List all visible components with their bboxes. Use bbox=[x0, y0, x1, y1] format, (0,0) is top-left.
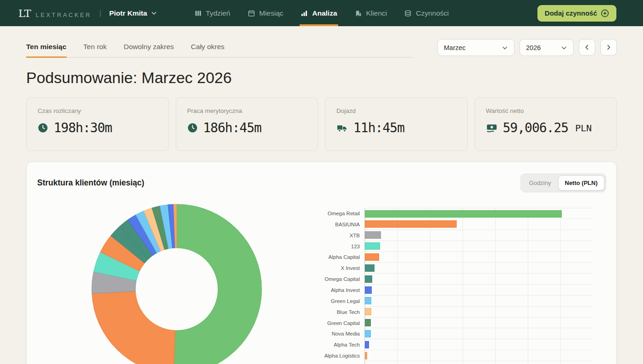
bar-row-123: 123 bbox=[293, 241, 597, 252]
tab-dowolny-zakres[interactable]: Dowolny zakres bbox=[123, 39, 173, 57]
bar-track bbox=[364, 339, 593, 350]
month-select-value: Marzec bbox=[444, 44, 466, 51]
bar-row-x-invest: X Invest bbox=[293, 263, 597, 274]
bar-row-alpha-logistics: Alpha Logistics bbox=[293, 350, 597, 361]
bar-label: Alpha Tech bbox=[293, 339, 364, 350]
bar bbox=[365, 352, 367, 359]
bar-row-empty bbox=[293, 361, 597, 364]
bar bbox=[365, 220, 457, 228]
nav-item-label: Czynności bbox=[416, 9, 449, 17]
stat-label: Wartość netto bbox=[486, 107, 606, 114]
nav-item-analiza[interactable]: Analiza bbox=[301, 0, 337, 26]
user-menu[interactable]: Piotr Kmita bbox=[109, 9, 157, 17]
chevron-down-icon bbox=[151, 10, 157, 16]
toggle-godziny[interactable]: Godziny bbox=[522, 175, 558, 190]
bar-label: Blue Tech bbox=[293, 307, 364, 318]
truck-icon bbox=[336, 123, 348, 133]
bar-label: Alpha Capital bbox=[293, 252, 364, 263]
bar-row-alpha-tech: Alpha Tech bbox=[293, 339, 597, 350]
bar bbox=[365, 319, 371, 326]
bar-track bbox=[364, 307, 593, 318]
donut-slice-omega-retail bbox=[173, 204, 262, 364]
month-select[interactable]: Marzec bbox=[437, 39, 514, 56]
bar-track bbox=[364, 350, 593, 361]
stat-card-warto-netto: Wartość netto59,006.25PLN bbox=[475, 97, 617, 151]
client-structure-card: Struktura klientów (miesiąc) GodzinyNett… bbox=[26, 162, 617, 364]
clock-icon bbox=[187, 123, 198, 133]
bar-row-xtb: XTB bbox=[293, 230, 597, 241]
plus-circle-icon bbox=[601, 9, 609, 17]
logo-text: LEXTRACKER bbox=[36, 11, 92, 18]
stat-value: 11h:45m bbox=[353, 120, 404, 135]
bar bbox=[365, 253, 379, 261]
banknote-icon bbox=[486, 123, 498, 133]
bar bbox=[365, 242, 380, 250]
stat-label: Dojazd bbox=[336, 107, 456, 114]
bar-track bbox=[364, 252, 593, 263]
bar-label: Omega Capital bbox=[293, 274, 364, 285]
bar-track bbox=[364, 219, 593, 230]
bar-track bbox=[364, 263, 593, 274]
page-title: Podsumowanie: Marzec 2026 bbox=[26, 69, 617, 87]
nav-item-czynno-ci[interactable]: Czynności bbox=[404, 0, 449, 26]
nav-item-tydzie[interactable]: Tydzień bbox=[194, 0, 230, 26]
app-logo[interactable]: LT LEXTRACKER bbox=[18, 7, 91, 19]
stat-cards: Czas rozliczany198h:30mPraca merytoryczn… bbox=[26, 97, 617, 151]
bar-label: Omega Retail bbox=[293, 208, 364, 219]
stat-card-praca-merytoryczna: Praca merytoryczna186h:45m bbox=[176, 97, 319, 151]
tab-ca-y-okres[interactable]: Cały okres bbox=[191, 39, 224, 57]
client-bar-chart: Omega RetailBASIUNIAXTB123Alpha CapitalX… bbox=[293, 208, 597, 364]
toggle-netto-pln[interactable]: Netto (PLN) bbox=[558, 175, 605, 190]
chevron-right-icon bbox=[605, 44, 612, 50]
bar-chart-icon bbox=[301, 10, 308, 17]
stat-value: 198h:30m bbox=[54, 120, 112, 135]
stat-value: 59,006.25 bbox=[503, 120, 569, 135]
bar bbox=[365, 297, 371, 304]
chevron-down-icon bbox=[502, 45, 508, 51]
clock-icon bbox=[38, 123, 48, 133]
client-donut-chart bbox=[89, 202, 264, 364]
bar-row-alpha-capital: Alpha Capital bbox=[293, 252, 597, 263]
stat-value: 186h:45m bbox=[203, 120, 262, 135]
bar-track bbox=[364, 208, 593, 219]
bar-row-basiunia: BASIUNIA bbox=[293, 219, 597, 230]
next-period-button[interactable] bbox=[600, 39, 617, 56]
donut-slice-basiunia bbox=[92, 291, 175, 364]
bar-label: Alpha Invest bbox=[293, 285, 364, 296]
bar-label: 123 bbox=[293, 241, 364, 252]
add-activity-button[interactable]: Dodaj czynność bbox=[537, 5, 616, 22]
bar-track bbox=[364, 328, 593, 339]
chevron-left-icon bbox=[584, 44, 590, 50]
bar-track bbox=[364, 274, 593, 285]
prev-period-button[interactable] bbox=[579, 39, 595, 56]
chevron-down-icon bbox=[561, 45, 567, 51]
nav-item-label: Klienci bbox=[366, 9, 387, 17]
calendar-icon bbox=[248, 10, 255, 17]
tab-ten-rok[interactable]: Ten rok bbox=[84, 39, 107, 57]
bar bbox=[365, 275, 372, 283]
chart-header: Struktura klientów (miesiąc) GodzinyNett… bbox=[27, 162, 616, 192]
period-toolbar: Ten miesiącTen rokDowolny zakresCały okr… bbox=[26, 39, 617, 57]
bar-row-omega-capital: Omega Capital bbox=[293, 274, 597, 285]
nav-item-label: Analiza bbox=[312, 9, 337, 17]
bar-row-green-legal: Green Legal bbox=[293, 296, 597, 307]
building-icon bbox=[355, 10, 362, 17]
period-tabs: Ten miesiącTen rokDowolny zakresCały okr… bbox=[26, 39, 413, 58]
bar bbox=[365, 341, 369, 348]
bar bbox=[365, 264, 375, 272]
year-select[interactable]: 2026 bbox=[520, 39, 574, 56]
nav-item-klienci[interactable]: Klienci bbox=[355, 0, 387, 26]
bar-track bbox=[364, 318, 593, 329]
bar-row-omega-retail: Omega Retail bbox=[293, 208, 597, 219]
stat-label: Czas rozliczany bbox=[38, 107, 157, 114]
bar-label: XTB bbox=[293, 230, 364, 241]
tab-ten-miesi-c[interactable]: Ten miesiąc bbox=[26, 39, 67, 57]
columns-icon bbox=[194, 10, 201, 17]
nav-item-miesi-c[interactable]: Miesiąc bbox=[248, 0, 284, 26]
year-select-value: 2026 bbox=[526, 44, 541, 51]
stat-unit: PLN bbox=[575, 123, 592, 134]
nav-item-label: Tydzień bbox=[206, 9, 230, 17]
period-controls: Marzec 2026 bbox=[437, 39, 617, 56]
bar bbox=[365, 286, 372, 294]
bar-track bbox=[364, 230, 593, 241]
